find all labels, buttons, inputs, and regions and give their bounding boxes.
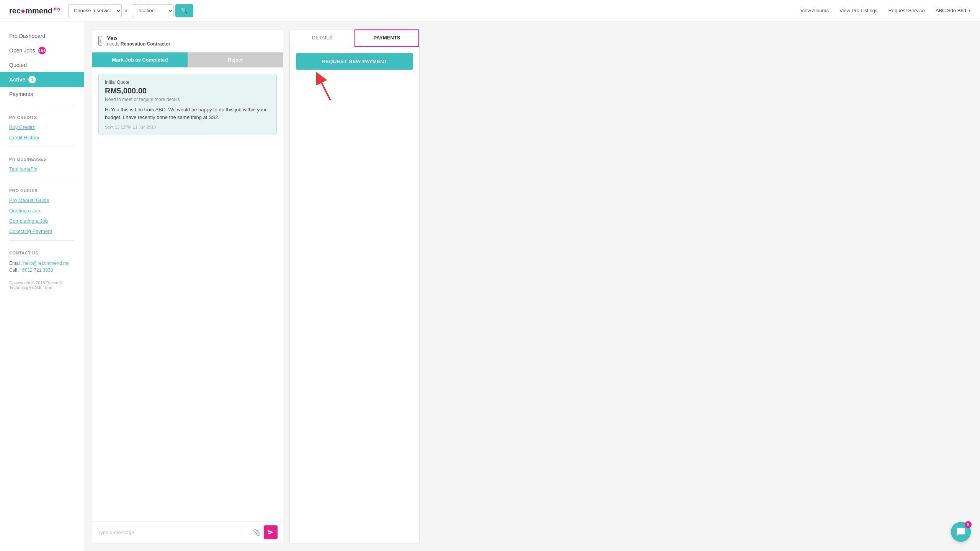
sidebar-item-pro-dashboard[interactable]: Pro Dashboard	[0, 29, 84, 43]
panel-tabs: DETAILS PAYMENTS	[290, 29, 419, 47]
chat-support-button[interactable]: 5	[951, 522, 971, 542]
svg-line-0	[319, 77, 330, 100]
business-link[interactable]: TanHomeFix	[0, 164, 84, 174]
pro-manual-guide-link[interactable]: Pro Manual Guide	[0, 195, 84, 205]
my-credits-title: MY CREDITS	[0, 109, 84, 122]
contact-email-line: Email: hello@recommend.my	[9, 261, 75, 266]
view-albums-link[interactable]: View Albums	[800, 8, 829, 13]
contact-us-title: CONTACT US	[0, 245, 84, 258]
quote-label: Initial Quote	[105, 80, 270, 85]
logo-dot: ●	[21, 6, 25, 15]
view-pro-listings-link[interactable]: View Pro Listings	[840, 8, 877, 13]
quote-card: Initial Quote RM5,000.00 Need to meet or…	[98, 74, 277, 135]
phone-link[interactable]: +6012 721 3038	[20, 267, 53, 273]
pro-guides-title: PRO GUIDES	[0, 182, 84, 195]
back-button[interactable]: ‹	[98, 36, 102, 46]
location-select[interactable]: location	[132, 4, 174, 17]
arrow-annotation	[296, 70, 413, 108]
message-input-bar: 📎	[92, 521, 283, 543]
credit-history-link[interactable]: Credit History	[0, 132, 84, 143]
request-service-link[interactable]: Request Service	[888, 8, 924, 13]
sidebar-item-quoted[interactable]: Quoted	[0, 58, 84, 72]
contact-phone-line: Call: +6012 721 3038	[9, 267, 75, 273]
completing-a-job-link[interactable]: Completing a Job	[0, 216, 84, 226]
service-select[interactable]: Choose a service	[68, 4, 122, 17]
panel-content: REQUEST NEW PAYMENT	[290, 47, 419, 543]
job-panel: ‹ Yeo needs Renovation Contractor Mark J…	[92, 29, 283, 543]
header: rec●mmend.my Choose a service in locatio…	[0, 0, 980, 21]
divider-1	[9, 105, 75, 105]
quote-timestamp: Sent 13:12PM 11 Jun 2018	[105, 125, 270, 129]
attachment-icon[interactable]: 📎	[253, 529, 261, 536]
email-label: Email:	[9, 261, 23, 266]
search-button[interactable]: 🔍	[175, 4, 193, 17]
my-businesses-title: MY BUSINESSES	[0, 151, 84, 164]
message-input[interactable]	[98, 530, 250, 535]
open-jobs-badge: 154	[38, 47, 46, 54]
red-arrow-icon	[311, 70, 342, 104]
tab-details[interactable]: DETAILS	[290, 29, 354, 47]
job-info: Yeo needs Renovation Contractor	[107, 35, 170, 47]
job-header: ‹ Yeo needs Renovation Contractor	[92, 29, 283, 52]
job-description: needs Renovation Contractor	[107, 41, 170, 47]
chat-icon	[956, 527, 966, 537]
header-nav: View Albums View Pro Listings Request Se…	[800, 8, 971, 13]
sidebar-label-open-jobs: Open Jobs	[9, 47, 35, 54]
job-type: Renovation Contractor	[121, 41, 170, 47]
details-panel: DETAILS PAYMENTS REQUEST NEW PAYMENT	[289, 29, 420, 543]
chat-support-badge: 5	[965, 521, 972, 528]
sidebar-label-active: Active	[9, 77, 25, 83]
quote-amount: RM5,000.00	[105, 86, 270, 95]
mark-completed-button[interactable]: Mark Job as Completed	[92, 52, 188, 67]
divider-2	[9, 147, 75, 147]
divider-3	[9, 178, 75, 178]
reject-button[interactable]: Reject	[188, 52, 283, 67]
sidebar-label-pro-dashboard: Pro Dashboard	[9, 33, 45, 39]
customer-name: Yeo	[107, 35, 170, 41]
user-menu[interactable]: ABC Sdn Bhd ▾	[936, 8, 971, 13]
job-messages: Initial Quote RM5,000.00 Need to meet or…	[92, 68, 283, 521]
user-name: ABC Sdn Bhd	[936, 8, 966, 13]
sidebar-label-payments: Payments	[9, 91, 33, 97]
active-badge: 1	[28, 76, 36, 83]
job-actions: Mark Job as Completed Reject	[92, 52, 283, 68]
request-payment-button[interactable]: REQUEST NEW PAYMENT	[296, 53, 413, 70]
copyright-text: Copywright © 2018 RecomN Technologies Sd…	[0, 277, 84, 293]
page-wrapper: Pro Dashboard Open Jobs 154 Quoted Activ…	[0, 21, 980, 551]
sidebar-item-open-jobs[interactable]: Open Jobs 154	[0, 43, 84, 58]
in-label: in	[123, 8, 130, 13]
email-link[interactable]: hello@recommend.my	[23, 261, 69, 266]
sidebar-item-active[interactable]: Active 1	[0, 72, 84, 87]
search-bar: Choose a service in location 🔍	[68, 4, 193, 17]
collecting-payment-link[interactable]: Collecting Payment	[0, 226, 84, 236]
buy-credits-link[interactable]: Buy Credits	[0, 122, 84, 132]
send-button[interactable]	[264, 525, 278, 539]
logo: rec●mmend.my	[9, 6, 60, 15]
contact-info: Email: hello@recommend.my Call: +6012 72…	[0, 258, 84, 277]
main-content: ‹ Yeo needs Renovation Contractor Mark J…	[84, 21, 980, 551]
call-label: Call:	[9, 267, 20, 273]
tab-payments[interactable]: PAYMENTS	[354, 29, 419, 47]
chevron-down-icon: ▾	[969, 8, 971, 13]
sidebar-label-quoted: Quoted	[9, 62, 27, 68]
logo-ommend: mmend	[25, 6, 52, 15]
logo-text: rec	[9, 6, 21, 15]
sidebar-item-payments[interactable]: Payments	[0, 87, 84, 101]
divider-4	[9, 240, 75, 241]
sidebar: Pro Dashboard Open Jobs 154 Quoted Activ…	[0, 21, 84, 551]
logo-my: .my	[52, 6, 60, 11]
quote-message: Hi Yeo this is Lim from ABC. We would be…	[105, 106, 270, 121]
quote-note: Need to meet or require more details	[105, 97, 270, 102]
quoting-a-job-link[interactable]: Quoting a Job	[0, 205, 84, 216]
